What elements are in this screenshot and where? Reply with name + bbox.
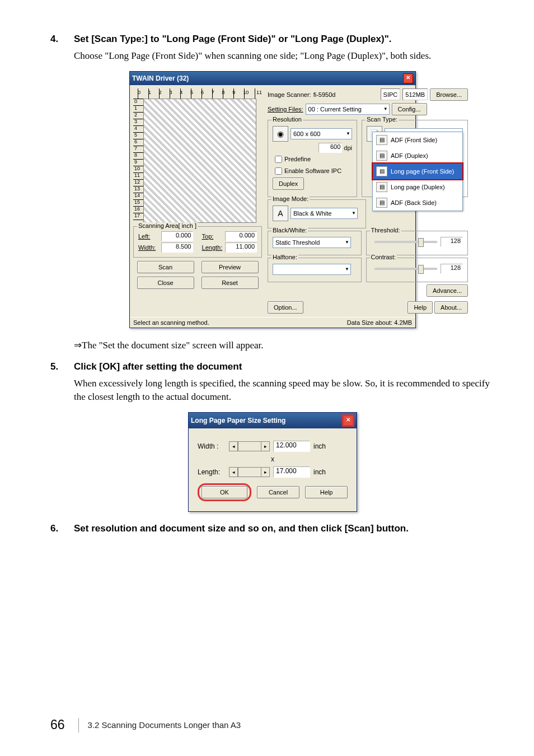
dropdown-item: ▤ADF (Back Side): [373, 195, 462, 211]
width-input[interactable]: 8.500: [161, 242, 193, 253]
page-icon: ▤: [376, 135, 387, 145]
page-footer: 66 3.2 Scanning Documents Longer than A3: [50, 717, 495, 732]
long-page-dialog: Long Page Paper Size Setting ✕ Width : ◂…: [188, 412, 357, 512]
section-reference: 3.2 Scanning Documents Longer than A3: [88, 720, 241, 730]
resolution-group: Resolution ◉ 600 x 600 600 dpi Predefine…: [268, 120, 357, 197]
width-value[interactable]: 12.000: [273, 441, 310, 452]
close-icon[interactable]: ✕: [342, 414, 354, 427]
left-label: Left:: [138, 233, 161, 240]
result-line: ⇒The "Set the document size" screen will…: [74, 339, 495, 351]
mem-tag: 512MB: [402, 88, 428, 100]
resolution-icon: ◉: [273, 126, 288, 142]
step5-num: 5.: [50, 361, 74, 372]
threshold-value[interactable]: 128: [441, 237, 463, 247]
lp-width-label: Width :: [198, 442, 229, 450]
bw-group: Black/White: Static Threshold: [268, 231, 362, 255]
scanner-label: Image Scanner:: [268, 91, 311, 98]
left-input[interactable]: 0.000: [161, 231, 193, 241]
page-icon: ▤: [376, 182, 387, 192]
length-scrollbar[interactable]: ◂▸: [229, 467, 270, 477]
contrast-value[interactable]: 128: [441, 264, 463, 274]
step6-title: Set resolution and document size and so …: [74, 523, 409, 534]
setting-files-label: Setting Files:: [268, 106, 303, 113]
contrast-slider[interactable]: [374, 268, 437, 270]
close-button[interactable]: Close: [137, 277, 194, 289]
ok-button[interactable]: OK: [202, 486, 247, 498]
ruler-x: 01234567891011: [138, 88, 262, 99]
halftone-group: Halftone:: [268, 258, 362, 282]
duplex-button[interactable]: Duplex: [273, 178, 304, 190]
footer-divider: [78, 718, 79, 732]
page-icon: ▤: [376, 151, 387, 161]
status-text: Select an scanning method.: [133, 319, 209, 326]
width-label: Width:: [138, 244, 161, 251]
right-column: Image Scanner: fi-5950d SIPC 512MB Brows…: [262, 88, 468, 314]
long-page-title: Long Page Paper Size Setting: [191, 417, 285, 424]
left-column: 01234567891011 0 1 2 3 4 5 6 7 8 9: [133, 88, 262, 314]
contrast-group: Contrast: 128: [366, 258, 468, 282]
dpi-input[interactable]: 600: [318, 143, 342, 153]
enable-ipc-checkbox[interactable]: [275, 167, 282, 175]
scan-button[interactable]: Scan: [137, 261, 194, 273]
twain-dialog: TWAIN Driver (32) ✕ 01234567891011 0 1 2…: [129, 71, 416, 328]
width-scrollbar[interactable]: ◂▸: [229, 441, 270, 451]
length-input[interactable]: 11.000: [225, 242, 257, 253]
top-label: Top:: [202, 233, 225, 240]
preview-pane: [143, 99, 256, 223]
step4-num: 4.: [50, 34, 74, 45]
close-icon[interactable]: ✕: [403, 73, 413, 83]
config-button[interactable]: Config...: [392, 103, 427, 115]
option-button[interactable]: Option...: [268, 301, 303, 314]
scanning-area-group: Scanning Area[ inch ] Left: 0.000 Top: 0…: [133, 226, 262, 258]
image-mode-select[interactable]: Black & White: [291, 208, 358, 219]
data-size-label: Data Size about:: [347, 319, 392, 326]
setting-files-select[interactable]: 00 : Current Setting: [306, 104, 390, 115]
help-button[interactable]: Help: [407, 301, 433, 314]
unit-label: inch: [313, 468, 326, 476]
page-icon: ▤: [376, 198, 387, 208]
x-mark: x: [271, 455, 274, 463]
threshold-slider[interactable]: [374, 241, 437, 243]
dropdown-item: ▤ADF (Duplex): [373, 148, 462, 164]
page-icon: ▤: [376, 166, 387, 176]
unit-label: inch: [313, 442, 326, 450]
scanner-value: fi-5950d: [313, 91, 336, 98]
scan-type-group: Scan Type: 📄 ADF (Duplex) ▤ADF (Front Si…: [362, 120, 468, 197]
bw-select[interactable]: Static Threshold: [273, 237, 351, 248]
dropdown-item-highlighted: ▤Long page (Front Side): [372, 162, 463, 180]
preview-button[interactable]: Preview: [202, 261, 259, 273]
about-button[interactable]: About...: [434, 301, 468, 314]
top-input[interactable]: 0.000: [225, 231, 257, 241]
resolution-select[interactable]: 600 x 600: [291, 128, 352, 139]
step4-title: Set [Scan Type:] to "Long Page (Front Si…: [74, 34, 391, 45]
page-number: 66: [50, 717, 65, 732]
help-button[interactable]: Help: [305, 486, 348, 498]
advance-button[interactable]: Advance...: [427, 284, 468, 297]
lp-length-label: Length:: [198, 468, 229, 476]
step5-title: Click [OK] after setting the document: [74, 361, 242, 372]
reset-button[interactable]: Reset: [202, 277, 259, 289]
data-size-value: 4.2MB: [394, 319, 412, 326]
browse-button[interactable]: Browse...: [430, 88, 468, 101]
threshold-group: Threshold: 128: [366, 231, 468, 255]
ok-highlight: OK: [198, 483, 251, 501]
image-mode-icon: A: [273, 206, 288, 221]
cancel-button[interactable]: Cancel: [257, 486, 299, 498]
step4-body: Choose "Long Page (Front Side)" when sca…: [74, 49, 495, 63]
predefine-checkbox[interactable]: [275, 156, 282, 163]
scanning-area-legend: Scanning Area[ inch ]: [137, 222, 198, 229]
length-label: Length:: [202, 244, 225, 251]
status-bar: Select an scanning method. Data Size abo…: [130, 317, 415, 328]
twain-titlebar: TWAIN Driver (32) ✕: [130, 72, 415, 85]
dropdown-item: ▤ADF (Front Side): [373, 132, 462, 148]
halftone-select: [273, 264, 351, 275]
ruler-y: 0 1 2 3 4 5 6 7 8 9 10 11 12 13: [133, 99, 143, 223]
step5-body: When excessively long length is specifie…: [74, 377, 495, 404]
scan-type-dropdown[interactable]: ▤ADF (Front Side) ▤ADF (Duplex) ▤Long pa…: [372, 132, 463, 211]
step6-num: 6.: [50, 523, 74, 534]
twain-title: TWAIN Driver (32): [132, 74, 189, 82]
sipc-tag: SIPC: [381, 88, 401, 100]
dpi-unit: dpi: [344, 144, 352, 151]
dropdown-item: ▤Long page (Duplex): [373, 179, 462, 195]
length-value[interactable]: 17.000: [273, 466, 310, 478]
